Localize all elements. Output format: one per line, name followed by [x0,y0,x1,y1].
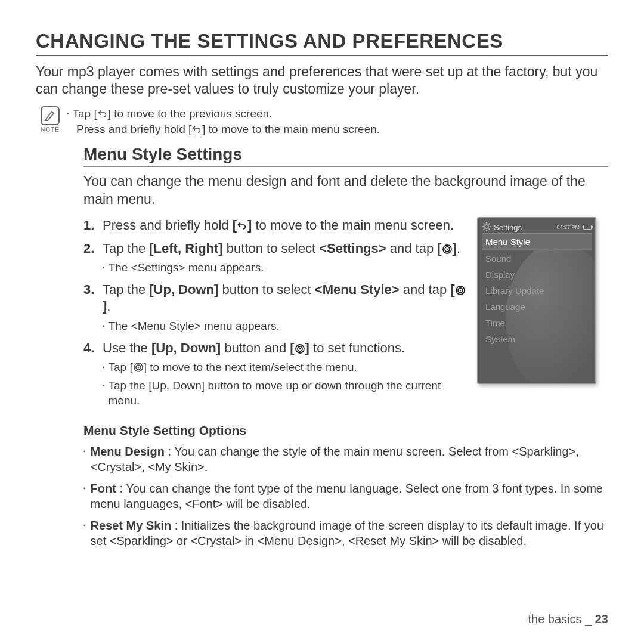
svg-point-12 [485,225,488,228]
option-font: ▪Font : You can change the font type of … [83,481,608,512]
option-menu-design: ▪Menu Design : You can change the style … [83,444,608,475]
device-menu-item: Library Update [482,283,592,299]
back-icon [191,122,202,131]
device-menu-item: System [482,331,592,347]
device-menu-item: Display [482,267,592,283]
target-icon [133,362,144,373]
note-icon [41,106,60,125]
svg-line-20 [489,223,490,224]
svg-line-19 [484,228,485,230]
intro-paragraph: Your mp3 player comes with settings and … [36,63,608,98]
device-menu-item: Time [482,315,592,331]
device-screenshot: Settings 04:27 PM Menu StyleSoundDisplay… [477,217,596,384]
device-menu-item: Sound [482,250,592,267]
svg-point-5 [459,289,461,291]
back-icon [237,218,247,226]
page-footer: the basics _ 23 [528,612,608,626]
section-heading: Menu Style Settings [83,145,608,167]
note-label: NOTE [41,126,60,133]
svg-point-2 [446,248,448,250]
step-4: 4. Use the [Up, Down] button and [] to s… [83,340,467,408]
svg-point-8 [299,348,301,349]
svg-line-17 [484,223,485,224]
section-intro: You can change the menu design and font … [83,173,608,209]
option-reset-my-skin: ▪Reset My Skin : Initializes the backgro… [83,518,608,549]
svg-point-11 [138,367,139,368]
step-1: 1. Press and briefly hold [] to move to … [83,217,467,234]
step-3: 3. Tap the [Up, Down] button to select <… [83,281,467,334]
page-title: CHANGING THE SETTINGS AND PREFERENCES [36,30,608,56]
step-2: 2. Tap the [Left, Right] button to selec… [83,240,467,275]
battery-icon [583,225,592,230]
svg-line-18 [489,228,490,230]
options-heading: Menu Style Setting Options [83,423,608,438]
back-icon [97,107,108,115]
note-block: NOTE ▪ Tap [] to move to the previous sc… [36,106,608,137]
device-header-title: Settings [494,223,522,232]
target-icon [455,283,466,294]
device-menu-item: Menu Style [482,233,592,250]
gear-icon [482,222,491,233]
target-icon [442,242,453,253]
target-icon [295,342,305,352]
device-menu-item: Language [482,299,592,315]
device-time: 04:27 PM [556,224,580,230]
